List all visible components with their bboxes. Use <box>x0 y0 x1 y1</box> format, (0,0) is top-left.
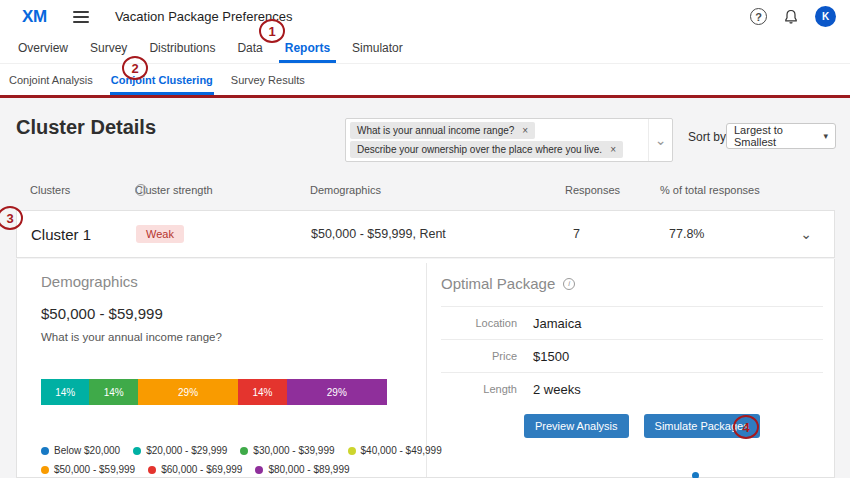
package-row: Price $1500 <box>441 339 823 372</box>
filter-chips: What is your annual income range? × Desc… <box>350 122 642 158</box>
clipped-legend-dot <box>692 472 699 478</box>
package-label: Location <box>441 317 533 329</box>
chevron-down-icon[interactable]: ⌄ <box>800 226 812 242</box>
notifications-icon[interactable] <box>783 9 799 25</box>
column-header-percent: % of total responses <box>660 184 760 196</box>
menu-icon[interactable] <box>73 11 89 23</box>
legend-item: $50,000 - $59,999 <box>41 464 135 475</box>
legend-row: Below $20,000 $20,000 - $29,999 $30,000 … <box>41 445 441 456</box>
optimal-package-rows: Location Jamaica Price $1500 Length 2 we… <box>441 306 823 405</box>
panel-buttons: Preview Analysis Simulate Packages <box>524 414 760 438</box>
package-label: Length <box>441 383 533 395</box>
package-row: Length 2 weeks <box>441 372 823 405</box>
package-label: Price <box>441 350 533 362</box>
legend-label: $20,000 - $29,999 <box>146 445 227 456</box>
package-value: $1500 <box>533 349 569 364</box>
filter-chip: Describe your ownership over the place w… <box>350 141 623 158</box>
chevron-down-icon[interactable]: ⌄ <box>648 119 672 161</box>
cluster-responses: 7 <box>573 227 580 241</box>
tab-reports[interactable]: Reports <box>283 33 332 63</box>
bar-segment: 14% <box>89 379 137 405</box>
tab-survey[interactable]: Survey <box>88 33 129 63</box>
legend-label: $50,000 - $59,999 <box>54 464 135 475</box>
tab-simulator[interactable]: Simulator <box>350 33 405 63</box>
legend-item: $40,000 - $49,999 <box>348 445 442 456</box>
subtab-survey-results[interactable]: Survey Results <box>230 65 306 95</box>
filter-chip-label: Describe your ownership over the place w… <box>357 144 602 155</box>
bar-segment: 29% <box>138 379 238 405</box>
caret-down-icon: ▾ <box>823 131 828 141</box>
remove-chip-icon[interactable]: × <box>610 145 616 155</box>
package-row: Location Jamaica <box>441 306 823 339</box>
legend-item: $60,000 - $69,999 <box>148 464 242 475</box>
chart-legend: Below $20,000 $20,000 - $29,999 $30,000 … <box>41 445 441 478</box>
filter-chip: What is your annual income range? × <box>350 122 535 139</box>
column-header-demographics: Demographics <box>310 184 381 196</box>
income-distribution-bar: 14%14%29%14%29% <box>41 379 387 405</box>
info-icon[interactable]: i <box>135 184 147 196</box>
info-icon[interactable]: i <box>563 278 575 290</box>
xm-logo: XM <box>22 7 47 27</box>
legend-dot <box>240 447 248 455</box>
demographics-value: $50,000 - $59,999 <box>41 305 163 322</box>
page-title: Cluster Details <box>16 116 156 139</box>
cluster-demographics: $50,000 - $59,999, Rent <box>311 227 446 241</box>
preview-analysis-button[interactable]: Preview Analysis <box>524 414 629 438</box>
legend-label: Below $20,000 <box>54 445 120 456</box>
legend-dot <box>41 447 49 455</box>
demographics-question: What is your annual income range? <box>41 331 222 343</box>
subtab-conjoint-analysis[interactable]: Conjoint Analysis <box>8 65 94 95</box>
tab-distributions[interactable]: Distributions <box>147 33 217 63</box>
annotation-circle-2: 2 <box>122 56 148 80</box>
legend-item: Below $20,000 <box>41 445 120 456</box>
legend-dot <box>348 447 356 455</box>
legend-label: $60,000 - $69,999 <box>161 464 242 475</box>
annotation-circle-4: 4 <box>733 415 759 439</box>
app-window: XM Vacation Package Preferences ? K Over… <box>0 0 850 478</box>
tab-overview[interactable]: Overview <box>16 33 70 63</box>
filter-chip-label: What is your annual income range? <box>357 125 514 136</box>
remove-chip-icon[interactable]: × <box>522 126 528 136</box>
legend-dot <box>255 466 263 474</box>
strength-badge: Weak <box>136 225 184 243</box>
topbar-actions: ? K <box>750 6 836 27</box>
sort-by-label: Sort by <box>688 130 726 144</box>
avatar[interactable]: K <box>815 6 836 27</box>
package-value: Jamaica <box>533 316 581 331</box>
bar-segment: 29% <box>287 379 387 405</box>
legend-item: $30,000 - $39,999 <box>240 445 334 456</box>
topbar: XM Vacation Package Preferences ? K <box>0 0 850 33</box>
help-icon[interactable]: ? <box>750 8 767 25</box>
bar-segment: 14% <box>41 379 89 405</box>
optimal-package-heading: Optimal Package i <box>441 275 575 292</box>
annotation-circle-1: 1 <box>259 19 285 43</box>
cluster-detail-panel: Demographics $50,000 - $59,999 What is y… <box>16 259 835 478</box>
main-content: Cluster Details What is your annual inco… <box>0 98 850 478</box>
legend-item: $80,000 - $89,999 <box>255 464 349 475</box>
cluster-percent: 77.8% <box>669 227 704 241</box>
legend-label: $30,000 - $39,999 <box>253 445 334 456</box>
sort-value: Largest to Smallest <box>734 124 823 148</box>
legend-label: $40,000 - $49,999 <box>361 445 442 456</box>
legend-label: $80,000 - $89,999 <box>268 464 349 475</box>
bar-segment: 14% <box>238 379 286 405</box>
demographics-heading: Demographics <box>41 273 138 290</box>
legend-row: $50,000 - $59,999 $60,000 - $69,999 $80,… <box>41 464 441 475</box>
sort-dropdown[interactable]: Largest to Smallest ▾ <box>726 123 836 149</box>
column-header-clusters: Clusters <box>30 184 70 196</box>
legend-dot <box>148 466 156 474</box>
cluster-row[interactable]: Cluster 1 Weak $50,000 - $59,999, Rent 7… <box>16 210 835 258</box>
legend-item: $20,000 - $29,999 <box>133 445 227 456</box>
annotation-red-line <box>0 95 850 98</box>
legend-dot <box>41 466 49 474</box>
table-header: Clusters Cluster strength i Demographics… <box>16 184 835 200</box>
package-value: 2 weeks <box>533 382 581 397</box>
column-header-responses: Responses <box>565 184 620 196</box>
optimal-package-title: Optimal Package <box>441 275 555 292</box>
legend-dot <box>133 447 141 455</box>
filter-select[interactable]: What is your annual income range? × Desc… <box>345 118 673 162</box>
cluster-name: Cluster 1 <box>31 226 91 243</box>
